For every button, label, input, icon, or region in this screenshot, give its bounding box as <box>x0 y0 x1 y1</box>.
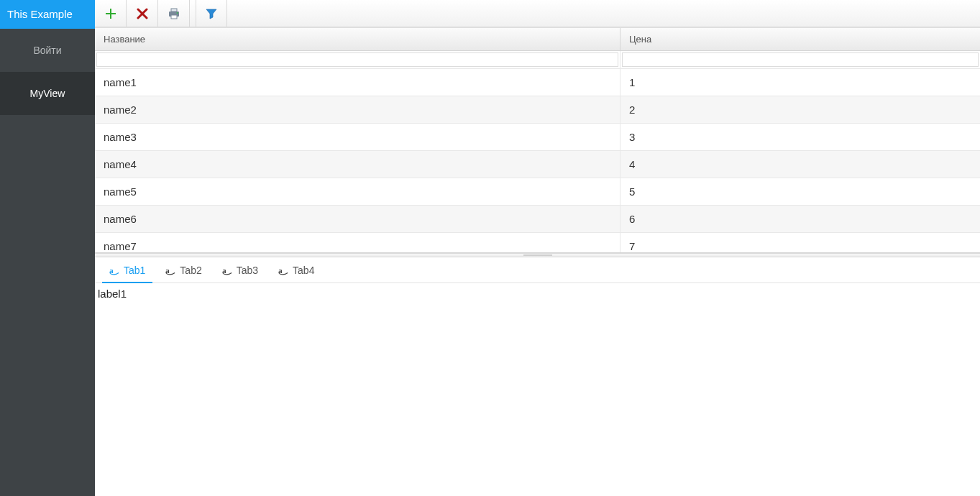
grid-body[interactable]: name1 1 name2 2 name3 3 name4 4 name5 5 … <box>95 69 980 253</box>
table-row[interactable]: name3 3 <box>95 124 980 151</box>
table-row[interactable]: name5 5 <box>95 178 980 206</box>
amazon-icon: a <box>165 265 175 275</box>
amazon-icon: a <box>222 265 232 275</box>
sidebar-item-label: MyView <box>30 88 65 99</box>
tab-label: Tab4 <box>293 265 314 276</box>
delete-button[interactable] <box>127 0 158 27</box>
cell-price: 3 <box>620 124 980 150</box>
cell-price: 6 <box>620 206 980 232</box>
table-row[interactable]: name7 7 <box>95 233 980 253</box>
svg-rect-1 <box>171 9 177 12</box>
table-row[interactable]: name4 4 <box>95 151 980 178</box>
delete-icon <box>137 8 148 19</box>
tab-label: Tab2 <box>180 265 201 276</box>
sidebar-item-label: Войти <box>33 45 61 56</box>
cell-price: 2 <box>620 96 980 123</box>
svg-text:a: a <box>165 265 170 274</box>
tab-bar: a Tab1 a Tab2 a Tab3 a Tab4 <box>95 257 980 283</box>
grid-filter-row <box>95 51 980 69</box>
svg-rect-2 <box>171 15 177 19</box>
cell-name: name2 <box>95 96 620 123</box>
column-header-name[interactable]: Название <box>95 28 620 50</box>
app-title: This Example <box>0 0 95 29</box>
amazon-icon: a <box>278 265 288 275</box>
cell-price: 5 <box>620 178 980 205</box>
svg-text:a: a <box>109 265 114 274</box>
table-row[interactable]: name2 2 <box>95 96 980 124</box>
cell-name: name1 <box>95 69 620 96</box>
filter-icon <box>206 8 217 19</box>
cell-price: 1 <box>620 69 980 96</box>
cell-price: 7 <box>620 233 980 253</box>
tab-2[interactable]: a Tab2 <box>155 257 211 283</box>
printer-icon <box>168 8 180 19</box>
tab-content: label1 <box>95 283 980 496</box>
tab-1[interactable]: a Tab1 <box>99 257 155 283</box>
add-button[interactable] <box>95 0 127 27</box>
toolbar-separator <box>190 0 196 27</box>
cell-price: 4 <box>620 151 980 178</box>
toolbar <box>95 0 980 27</box>
svg-point-3 <box>176 12 178 14</box>
main-area: Название Цена name1 1 name2 2 name3 3 <box>95 0 980 496</box>
column-header-price[interactable]: Цена <box>620 28 980 50</box>
filter-input-name[interactable] <box>96 52 618 67</box>
filter-button[interactable] <box>196 0 227 27</box>
svg-text:a: a <box>222 265 226 274</box>
sidebar-item-login[interactable]: Войти <box>0 29 95 72</box>
tab-4[interactable]: a Tab4 <box>268 257 324 283</box>
tab-content-label: label1 <box>98 288 127 300</box>
amazon-icon: a <box>109 265 119 275</box>
data-grid: Название Цена name1 1 name2 2 name3 3 <box>95 27 980 253</box>
sidebar-item-myview[interactable]: MyView <box>0 72 95 115</box>
tab-label: Tab1 <box>124 265 145 276</box>
cell-name: name6 <box>95 206 620 232</box>
cell-name: name7 <box>95 233 620 253</box>
table-row[interactable]: name1 1 <box>95 69 980 96</box>
tab-label: Tab3 <box>237 265 258 276</box>
print-button[interactable] <box>158 0 190 27</box>
cell-name: name4 <box>95 151 620 178</box>
sidebar: This Example Войти MyView <box>0 0 95 496</box>
tab-3[interactable]: a Tab3 <box>212 257 268 283</box>
cell-name: name3 <box>95 124 620 150</box>
svg-text:a: a <box>278 265 283 274</box>
table-row[interactable]: name6 6 <box>95 206 980 233</box>
cell-name: name5 <box>95 178 620 205</box>
filter-input-price[interactable] <box>622 52 979 67</box>
grid-header-row: Название Цена <box>95 27 980 51</box>
plus-icon <box>105 8 116 19</box>
